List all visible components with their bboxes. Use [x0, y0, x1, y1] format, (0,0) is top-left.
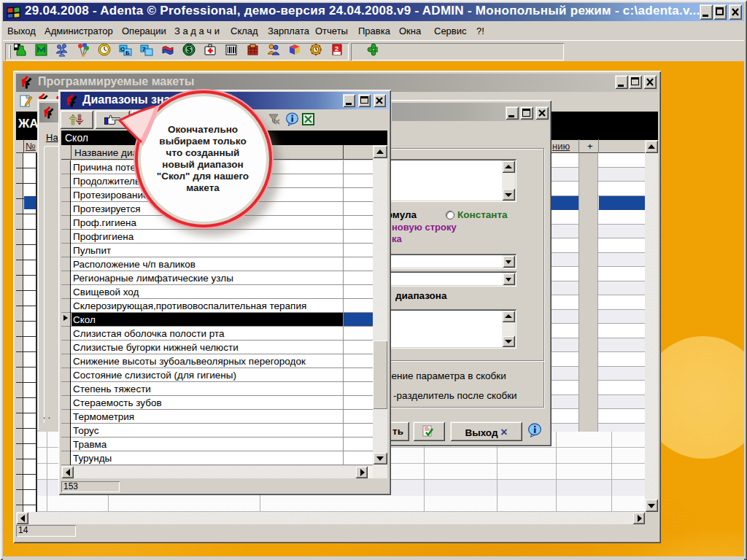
svg-text:2: 2 — [335, 45, 338, 52]
svg-text:7: 7 — [142, 46, 146, 52]
svg-text:Окончательно: Окончательно — [168, 124, 238, 135]
svg-text:Б: Б — [125, 50, 130, 56]
svg-text:$: $ — [187, 45, 191, 54]
svg-text:C: C — [120, 46, 125, 52]
svg-text:выбираем только: выбираем только — [159, 136, 246, 147]
svg-text:"Скол" для нашего: "Скол" для нашего — [157, 171, 249, 182]
svg-text:новый диапазон: новый диапазон — [162, 159, 243, 170]
svg-text:макета: макета — [186, 182, 220, 193]
svg-text:что созданный: что созданный — [166, 147, 240, 158]
